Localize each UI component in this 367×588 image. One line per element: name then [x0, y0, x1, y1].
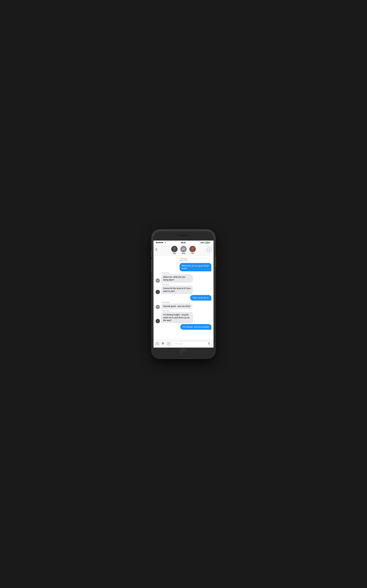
- andy-initials: AP: [182, 248, 185, 250]
- bubble-received: Gonna hit the local at 8 if you want to …: [161, 286, 193, 294]
- phone-screen: 09:41 100% ⚡: [153, 241, 214, 348]
- nav-bar: Sam AP Andy: [153, 245, 214, 255]
- message-timestamp: iMessage Today 12:06: [156, 258, 211, 261]
- message-row: What time do you guys finish work?: [156, 263, 211, 271]
- camera: [177, 234, 178, 235]
- ap-avatar-small: AP: [156, 305, 160, 309]
- svg-rect-15: [209, 342, 209, 344]
- back-button[interactable]: [155, 248, 160, 252]
- contact-tom[interactable]: Tom: [189, 246, 196, 254]
- phone-top-bar: [153, 231, 214, 241]
- svg-point-1: [173, 247, 176, 250]
- sender-name: Andy Price: [162, 302, 170, 303]
- sender-name: Sam Pratt: [162, 284, 169, 285]
- status-bar: 09:41 100% ⚡: [153, 241, 214, 245]
- svg-point-10: [157, 320, 158, 321]
- nav-contacts: Sam AP Andy: [171, 246, 196, 254]
- message-input-container[interactable]: iMessage: [172, 341, 212, 346]
- bubble-row: What time do you guys finish work?: [180, 263, 211, 271]
- battery-fill: [206, 242, 209, 243]
- bubble-row: AP Sounds good - see you then!: [156, 303, 192, 309]
- svg-point-13: [157, 343, 158, 344]
- bubble-row: Yeah count me in.: [190, 295, 211, 301]
- contact-andy[interactable]: AP Andy: [180, 246, 187, 254]
- signal-dot: [156, 242, 157, 243]
- bubble-row: Yes please. See you tonight!: [180, 324, 211, 330]
- battery-icon: [205, 242, 209, 244]
- input-bar: iMessage: [153, 340, 214, 348]
- message-input-placeholder: iMessage: [174, 343, 207, 345]
- phone-bottom-bar: [153, 348, 214, 357]
- message-row: Sam Pratt I'm driving tonight - anyone n…: [156, 310, 211, 323]
- svg-point-7: [157, 291, 158, 292]
- tom-photo: [189, 246, 196, 252]
- bubble-sent: What time do you guys finish work?: [180, 263, 211, 271]
- bubble-row: AP About six, what are you doing later?: [156, 274, 193, 283]
- signal-dot: [159, 242, 160, 243]
- status-left: [156, 242, 166, 244]
- ts-label: iMessage: [156, 258, 211, 260]
- sender-name: Sam Pratt: [162, 310, 169, 312]
- messages-area[interactable]: iMessage Today 12:06 What time do you gu…: [153, 255, 214, 340]
- info-icon: i: [209, 249, 209, 251]
- heart-icon[interactable]: [161, 341, 165, 346]
- camera-icon[interactable]: [155, 341, 159, 346]
- andy-avatar: AP: [180, 246, 187, 252]
- sam-avatar-small: [156, 319, 160, 323]
- wifi-icon: [164, 242, 166, 244]
- bubble-received: I'm driving tonight - anyone need me to …: [161, 312, 193, 323]
- ts-date: Today 12:06: [156, 260, 211, 261]
- bubble-received: Sounds good - see you then!: [161, 303, 192, 309]
- message-row: Yes please. See you tonight!: [156, 324, 211, 330]
- speaker: [179, 235, 188, 236]
- tom-avatar: [189, 246, 196, 252]
- sam-photo: [171, 246, 178, 252]
- charging-bolt-icon: ⚡: [209, 242, 211, 244]
- bubble-row: Gonna hit the local at 8 if you want to …: [156, 286, 193, 294]
- appstore-icon[interactable]: [167, 341, 171, 346]
- ap-avatar-small: AP: [156, 278, 160, 283]
- signal-dot: [158, 242, 158, 243]
- tom-name: Tom: [191, 252, 194, 254]
- message-row: Sam Pratt Gonna hit the local at 8 if yo…: [156, 284, 211, 294]
- sam-avatar: [171, 246, 178, 252]
- signal-dot: [162, 242, 163, 243]
- home-button[interactable]: [180, 348, 187, 356]
- status-time: 09:41: [181, 242, 186, 244]
- battery-percent: 100%: [200, 242, 205, 244]
- bubble-sent: Yes please. See you tonight!: [180, 324, 211, 330]
- message-row: Yeah count me in.: [156, 295, 211, 301]
- message-row: Andy Price AP Sounds good - see you then…: [156, 302, 211, 309]
- signal-dots: [156, 242, 163, 243]
- message-row: Andy Price AP About six, what are you do…: [156, 272, 211, 283]
- contact-sam[interactable]: Sam: [171, 246, 178, 254]
- phone-device: 09:41 100% ⚡: [152, 230, 215, 359]
- signal-dot: [160, 242, 161, 243]
- sam-avatar-small: [156, 290, 160, 294]
- bubble-sent: Yeah count me in.: [190, 295, 211, 301]
- sender-name: Andy Price: [162, 272, 170, 274]
- sam-name: Sam: [173, 252, 176, 254]
- bubble-row: I'm driving tonight - anyone need me to …: [156, 312, 193, 323]
- microphone-icon[interactable]: [208, 342, 210, 345]
- bubble-received: About six, what are you doing later?: [161, 274, 193, 283]
- andy-name: Andy: [182, 252, 185, 254]
- info-button[interactable]: i: [207, 248, 212, 252]
- svg-rect-12: [156, 343, 159, 345]
- phone-inner: 09:41 100% ⚡: [153, 231, 214, 357]
- status-right: 100% ⚡: [200, 242, 211, 244]
- svg-point-4: [191, 247, 194, 250]
